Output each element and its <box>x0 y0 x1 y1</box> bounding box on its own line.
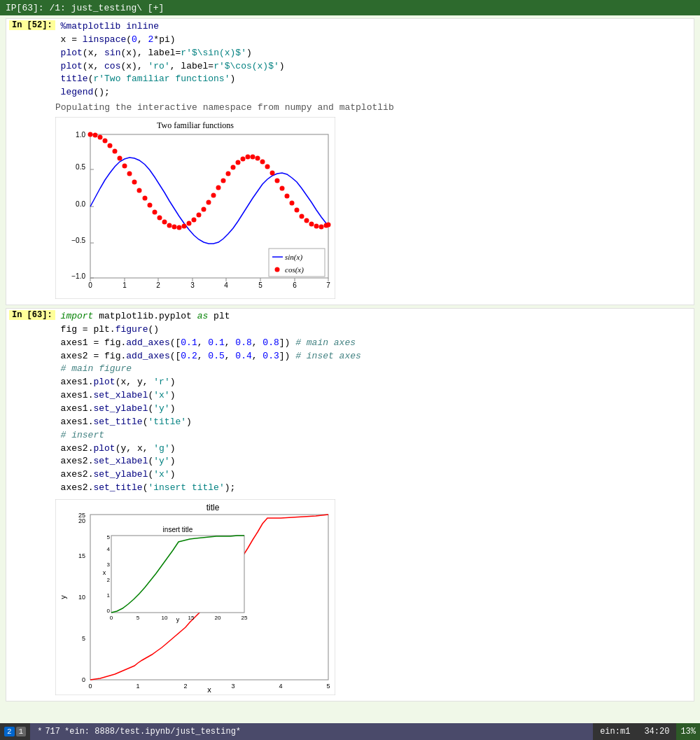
my-15: 15 <box>78 552 85 559</box>
cell-52-code[interactable]: %matplotlib inline x = linspace(0, 2*pi)… <box>61 20 691 99</box>
cos-dot-47 <box>319 225 324 230</box>
cos-dot-0 <box>88 132 93 137</box>
x-label-6: 6 <box>293 281 297 289</box>
inset-title: insert title <box>163 526 193 533</box>
cos-dot-35 <box>260 160 265 165</box>
cos-dot-21 <box>192 218 197 223</box>
cos-dot-26 <box>216 186 221 190</box>
title-text: IP[63]: /1: just_testing\ [+] <box>6 3 164 13</box>
status-mode: ein:m1 <box>593 723 637 740</box>
cos-dot-11 <box>143 196 148 201</box>
cos-dot-34 <box>255 156 260 161</box>
code-line-c11: axes1.set_title('title') <box>61 416 691 429</box>
code-line-4: plot(x, cos(x), 'ro', label=r'$\cos(x)$'… <box>61 60 691 74</box>
cos-dot-9 <box>132 180 137 185</box>
cos-dot-32 <box>246 155 251 160</box>
code-line-c4: axes1 = fig.add_axes([0.1, 0.1, 0.8, 0.8… <box>61 337 691 350</box>
code-line-c13: # insert <box>61 429 691 442</box>
cos-dot-18 <box>177 225 182 230</box>
code-line-3: plot(x, sin(x), label=r'$\sin(x)$') <box>61 47 691 60</box>
cos-dot-15 <box>162 220 167 225</box>
cos-dot-39 <box>280 186 285 191</box>
cell-52-label: In [52]: <box>9 20 55 30</box>
x-label-3: 3 <box>190 281 195 289</box>
code-line-c8: axes1.plot(x, y, 'r') <box>61 376 691 389</box>
code-line-c17: axes2.set_title('insert title'); <box>61 482 691 495</box>
code-line-c9: axes1.set_xlabel('x') <box>61 389 691 403</box>
plot-2-svg: title y x 0 5 10 15 20 25 <box>55 499 335 695</box>
ix-15: 15 <box>188 615 195 621</box>
legend-cos-label: cos(x) <box>285 265 304 274</box>
cos-dot-40 <box>285 194 290 199</box>
cos-dot-24 <box>206 200 211 205</box>
cell-63-code[interactable]: import matplotlib.pyplot as plt fig = pl… <box>61 310 691 495</box>
cos-dot-33 <box>251 155 255 160</box>
cos-dot-20 <box>187 221 192 226</box>
status-numbers: 2 1 <box>0 723 30 740</box>
mx-0: 0 <box>88 683 92 690</box>
cell-63: In [63]: import matplotlib.pyplot as plt… <box>6 308 694 701</box>
cos-dot-46 <box>314 224 319 229</box>
cos-dot-41 <box>290 201 295 206</box>
cos-dot-31 <box>241 157 246 162</box>
iy-1: 1 <box>107 592 111 599</box>
mx-1: 1 <box>136 683 139 690</box>
code-line-1: %matplotlib inline <box>61 20 691 34</box>
plot-1-title: Two familiar functions <box>157 120 234 130</box>
y-label-05: 0.5 <box>76 163 85 171</box>
status-num-gray: 1 <box>16 727 27 736</box>
ix-10: 10 <box>162 615 168 621</box>
y-label-0: 0.0 <box>76 200 85 208</box>
cell-52: In [52]: %matplotlib inline x = linspace… <box>6 18 694 305</box>
cos-dot-38 <box>275 179 280 183</box>
cos-dot-7 <box>122 164 127 169</box>
inset-x-label: y <box>176 616 180 623</box>
cos-dot-13 <box>153 210 158 215</box>
ix-25: 25 <box>241 615 248 621</box>
mx-5: 5 <box>326 683 330 690</box>
code-line-c10: axes1.set_ylabel('y') <box>61 403 691 416</box>
code-line-5: title(r'Two familiar functions') <box>61 73 691 86</box>
cos-dot-4 <box>108 144 113 148</box>
code-line-c5: axes2 = fig.add_axes([0.2, 0.5, 0.4, 0.3… <box>61 350 691 363</box>
cos-dot-12 <box>148 203 153 208</box>
x-label-1: 1 <box>122 281 127 289</box>
plot-2-container: title y x 0 5 10 15 20 25 <box>55 499 335 698</box>
cos-dot-10 <box>137 188 142 193</box>
plot-1-svg: Two familiar functions 1.0 0.5 0.0 −0.5 <box>55 117 335 299</box>
status-mode-text: ein:m1 <box>600 727 630 736</box>
iy-4: 4 <box>107 546 111 552</box>
status-position-text: 34:20 <box>644 727 669 736</box>
notebook: In [52]: %matplotlib inline x = linspace… <box>0 15 700 723</box>
code-line-6: legend(); <box>61 86 691 99</box>
my-25: 25 <box>78 512 85 519</box>
cos-dot-2 <box>98 135 103 140</box>
code-line-c2: fig = plt.figure() <box>61 323 691 337</box>
status-bar: 2 1 * 717 *ein: 8888/test.ipynb/just_tes… <box>0 723 700 740</box>
cos-dot-42 <box>295 208 300 213</box>
code-line-c7: # main figure <box>61 363 691 376</box>
x-label-5: 5 <box>258 281 262 289</box>
main-title: title <box>206 503 220 512</box>
cos-dot-5 <box>113 149 118 154</box>
cos-dot-16 <box>167 223 172 228</box>
my-0: 0 <box>82 676 85 683</box>
mx-3: 3 <box>231 683 234 690</box>
code-line-c15: axes2.set_xlabel('y') <box>61 455 691 468</box>
cos-dot-36 <box>265 165 270 169</box>
cell-63-label: In [63]: <box>9 310 55 320</box>
legend-cos-dot <box>275 267 280 272</box>
plot-1-container: Two familiar functions 1.0 0.5 0.0 −0.5 <box>55 117 335 302</box>
iy-3: 3 <box>107 561 111 568</box>
cos-dot-25 <box>211 193 216 198</box>
cos-dot-28 <box>226 172 231 176</box>
cos-dot-43 <box>300 214 304 219</box>
cos-dot-37 <box>270 171 275 176</box>
status-line-count: 717 <box>45 727 60 736</box>
status-modified-marker: * <box>37 727 42 736</box>
x-label-2: 2 <box>156 281 160 289</box>
cos-dot-14 <box>158 216 162 221</box>
cos-dot-19 <box>182 224 187 229</box>
code-line-c16: axes2.set_ylabel('x') <box>61 468 691 482</box>
cos-dot-17 <box>172 225 177 230</box>
